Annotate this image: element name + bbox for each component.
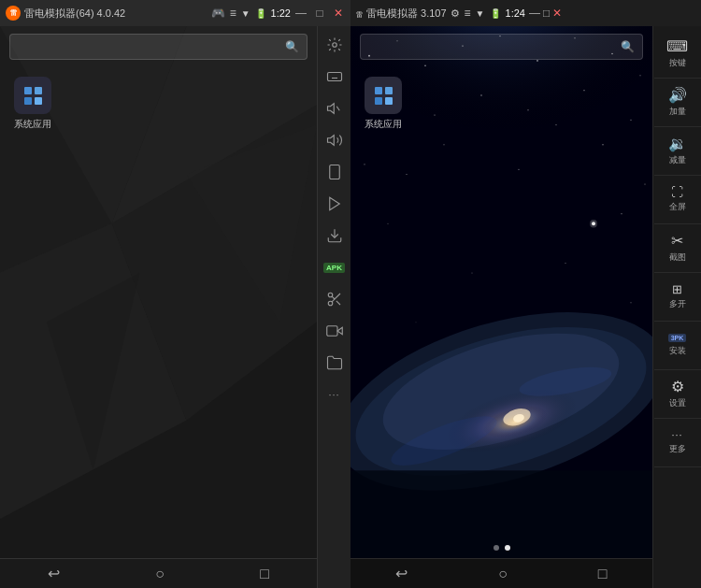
svg-line-17 bbox=[336, 107, 339, 111]
right-close-button[interactable]: ✕ bbox=[552, 7, 562, 20]
toolbar-scissors-btn[interactable] bbox=[320, 284, 350, 314]
more-panel-button[interactable]: ··· 更多 bbox=[654, 419, 701, 467]
toolbar-more-btn[interactable]: ··· bbox=[320, 380, 350, 409]
right-app-area: 系统应用 bbox=[350, 67, 652, 140]
toolbar-screen-btn[interactable] bbox=[320, 157, 350, 187]
right-title-icons: ⚙ ≡ ▼ 🔋 1:24 bbox=[451, 7, 525, 20]
left-side-toolbar: APK ··· bbox=[317, 26, 350, 588]
system-apps-label: 系统应用 bbox=[14, 118, 51, 131]
home-button[interactable]: ○ bbox=[146, 562, 174, 586]
screenshot-button[interactable]: ✂ 截图 bbox=[654, 224, 701, 273]
toolbar-keyboard-btn[interactable] bbox=[320, 62, 350, 92]
page-indicators bbox=[494, 545, 510, 551]
svg-point-23 bbox=[328, 293, 333, 297]
right-time: 1:24 bbox=[506, 7, 525, 19]
left-app-area: 系统应用 bbox=[0, 67, 317, 140]
settings-panel-button[interactable]: ⚙ 设置 bbox=[654, 370, 701, 419]
toolbar-settings-btn[interactable] bbox=[320, 30, 350, 60]
right-system-apps-icon[interactable]: 系统应用 bbox=[365, 77, 402, 131]
right-gamepad-icon: ⚙ bbox=[451, 7, 460, 20]
svg-point-50 bbox=[645, 183, 646, 184]
toolbar-download-btn[interactable] bbox=[320, 221, 350, 251]
right-logo: 雷 bbox=[356, 7, 363, 20]
toolbar-folder-btn[interactable] bbox=[320, 348, 350, 378]
threepk-badge: 3PK bbox=[668, 334, 687, 342]
svg-rect-29 bbox=[326, 326, 336, 337]
right-search-bar[interactable]: 🔍 bbox=[360, 34, 643, 60]
svg-marker-16 bbox=[327, 104, 334, 114]
svg-point-71 bbox=[631, 302, 632, 303]
right-search-input[interactable] bbox=[368, 40, 615, 53]
right-wifi-icon: ▼ bbox=[476, 8, 485, 19]
left-title-text: 雷电模拟器(64) 4.0.42 bbox=[24, 7, 207, 21]
keys-label: 按键 bbox=[669, 57, 686, 69]
multi-open-label: 多开 bbox=[669, 298, 686, 310]
toolbar-vol-down-btn[interactable] bbox=[320, 93, 350, 123]
svg-rect-19 bbox=[329, 165, 339, 179]
toolbar-apk-btn[interactable]: APK bbox=[320, 252, 350, 282]
toolbar-play-btn[interactable] bbox=[320, 189, 350, 219]
dot-2 bbox=[35, 87, 42, 94]
left-emulator: 雷 雷电模拟器(64) 4.0.42 🎮 ≡ ▼ 🔋 1:22 — □ ✕ bbox=[0, 0, 350, 588]
svg-marker-21 bbox=[329, 197, 339, 210]
vol-up-button[interactable]: 🔊 加量 bbox=[654, 79, 701, 127]
svg-marker-18 bbox=[327, 136, 334, 146]
vol-down-label: 减量 bbox=[669, 154, 686, 166]
left-content: 🔍 系统应用 bbox=[0, 26, 350, 588]
svg-point-70 bbox=[416, 322, 417, 323]
dot-4 bbox=[35, 97, 42, 105]
keys-icon: ⌨ bbox=[666, 39, 688, 54]
indicator-1 bbox=[494, 545, 499, 551]
keys-button[interactable]: ⌨ 按键 bbox=[654, 30, 701, 79]
vol-down-icon: 🔉 bbox=[668, 136, 687, 151]
left-search-bar[interactable]: 🔍 bbox=[9, 34, 308, 60]
right-main-area: 🔍 系统应用 bbox=[350, 26, 652, 588]
recents-button[interactable]: □ bbox=[250, 562, 279, 586]
right-system-apps-box bbox=[365, 77, 402, 114]
vol-down-button[interactable]: 🔉 减量 bbox=[654, 127, 701, 176]
fullscreen-button[interactable]: ⛶ 全屏 bbox=[654, 176, 701, 224]
left-search-input[interactable] bbox=[18, 40, 279, 53]
dot-3 bbox=[24, 97, 32, 105]
gamepad-icon: 🎮 bbox=[211, 7, 225, 20]
svg-marker-28 bbox=[337, 327, 342, 335]
apk-badge: APK bbox=[323, 263, 345, 273]
right-menu-icon[interactable]: ≡ bbox=[465, 7, 471, 20]
toolbar-video-btn[interactable] bbox=[320, 316, 350, 346]
back-button[interactable]: ↩ bbox=[38, 561, 69, 586]
svg-point-59 bbox=[590, 220, 597, 227]
left-title-bar: 雷 雷电模拟器(64) 4.0.42 🎮 ≡ ▼ 🔋 1:22 — □ ✕ bbox=[0, 0, 350, 26]
more-panel-icon: ··· bbox=[671, 430, 682, 440]
minimize-button[interactable]: — bbox=[294, 7, 308, 20]
svg-point-24 bbox=[328, 301, 333, 306]
right-home-button[interactable]: ○ bbox=[489, 562, 517, 586]
settings-panel-icon: ⚙ bbox=[671, 380, 684, 394]
svg-point-68 bbox=[472, 273, 473, 274]
multi-open-icon: ⊞ bbox=[672, 283, 682, 295]
close-button[interactable]: ✕ bbox=[332, 7, 345, 20]
right-recents-button[interactable]: □ bbox=[589, 562, 617, 586]
svg-rect-10 bbox=[327, 73, 341, 81]
svg-point-69 bbox=[565, 263, 566, 264]
left-search-icon: 🔍 bbox=[285, 40, 299, 53]
menu-icon[interactable]: ≡ bbox=[230, 7, 236, 20]
svg-point-49 bbox=[602, 144, 603, 145]
left-search-area: 🔍 bbox=[0, 26, 317, 67]
right-dot-3 bbox=[375, 97, 382, 105]
svg-point-48 bbox=[407, 174, 408, 175]
toolbar-vol-up-btn[interactable] bbox=[320, 125, 350, 155]
right-search-icon: 🔍 bbox=[621, 40, 635, 53]
multi-open-button[interactable]: ⊞ 多开 bbox=[654, 273, 701, 322]
system-apps-box bbox=[14, 77, 51, 114]
right-battery-icon: 🔋 bbox=[490, 8, 501, 19]
right-dot-4 bbox=[385, 97, 393, 105]
fullscreen-label: 全屏 bbox=[669, 201, 686, 213]
right-minimize-button[interactable]: — bbox=[529, 7, 540, 20]
maximize-button[interactable]: □ bbox=[313, 7, 326, 20]
right-back-button[interactable]: ↩ bbox=[386, 561, 417, 586]
system-apps-icon[interactable]: 系统应用 bbox=[14, 77, 51, 131]
wifi-icon: ▼ bbox=[241, 8, 250, 19]
svg-point-65 bbox=[519, 169, 520, 170]
install-button[interactable]: 3PK 安装 bbox=[654, 322, 701, 370]
right-maximize-button[interactable]: □ bbox=[543, 7, 550, 20]
